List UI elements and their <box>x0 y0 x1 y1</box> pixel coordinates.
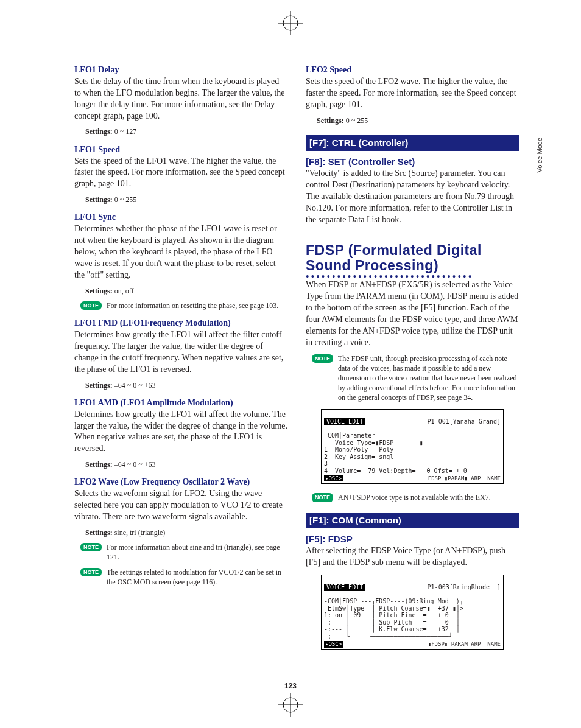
body-f8-set: "Velocity" is added to the Src (Source) … <box>306 168 519 225</box>
heading-lfo1-sync: LFO1 Sync <box>74 212 287 223</box>
heading-lfo1-delay: LFO1 Delay <box>74 65 287 76</box>
body-lfo1-sync: Determines whether the phase of the LFO1… <box>74 223 287 281</box>
settings-lfo1-amd: Settings: –64 ~ 0 ~ +63 <box>85 460 287 469</box>
note-lfo1-sync: NOTE For more information on resetting t… <box>80 301 287 310</box>
lcd-screenshot-2: VOICE EDITP1-003[RringRhode ] -COM⎮FDSP … <box>321 575 504 650</box>
note-icon: NOTE <box>312 493 333 502</box>
settings-lfo1-fmd: Settings: –64 ~ 0 ~ +63 <box>85 380 287 390</box>
heading-f5-fdsp: [F5]: FDSP <box>306 533 519 545</box>
crop-mark-bottom <box>278 693 303 717</box>
heading-f7-ctrl: [F7]: CTRL (Controller) <box>306 135 519 151</box>
page-number: 123 <box>0 681 581 691</box>
note-text: AN+FSDP voice type is not available with… <box>338 492 491 502</box>
body-lfo2-wave: Selects the waveform signal for LFO2. Us… <box>74 488 287 523</box>
body-fdsp: When FDSP or AN+FDSP (EX5/5R) is selecte… <box>306 279 519 348</box>
heading-f1-com: [F1]: COM (Common) <box>306 513 519 528</box>
note-fdsp-2: NOTE AN+FSDP voice type is not available… <box>312 492 519 502</box>
heading-f8-set: [F8]: SET (Controller Set) <box>306 156 519 168</box>
body-lfo1-speed: Sets the speed of the LFO1 wave. The hig… <box>74 156 287 191</box>
note-text: The FDSP unit, through precision process… <box>338 354 519 403</box>
heading-lfo1-fmd: LFO1 FMD (LFO1Frequency Modulation) <box>74 318 287 329</box>
settings-lfo2-wave: Settings: sine, tri (triangle) <box>85 528 287 537</box>
settings-lfo1-sync: Settings: on, off <box>85 286 287 296</box>
note-icon: NOTE <box>80 568 102 576</box>
heading-fdsp: FDSP (Formulated Digital Sound Processin… <box>306 243 519 274</box>
crop-mark-top <box>278 11 303 35</box>
body-f5-fdsp: After selecting the FDSP Voice Type (or … <box>306 545 519 569</box>
heading-lfo2-speed: LFO2 Speed <box>306 65 519 76</box>
left-column: LFO1 Delay Sets the delay of the time fr… <box>74 65 287 650</box>
note-fdsp-1: NOTE The FDSP unit, through precision pr… <box>312 354 519 403</box>
note-icon: NOTE <box>312 354 333 363</box>
heading-lfo2-wave: LFO2 Wave (Low Frequency Oscillator 2 Wa… <box>74 477 287 488</box>
note-icon: NOTE <box>80 543 102 551</box>
note-lfo2-wave-2: NOTE The settings related to modulation … <box>80 567 287 587</box>
note-icon: NOTE <box>80 301 102 310</box>
divider-dots: •••••••••••••••••••••••••••••••• <box>306 275 519 279</box>
note-text: For more information on resetting the ph… <box>107 301 278 310</box>
note-text: The settings related to modulation for V… <box>107 567 287 587</box>
settings-lfo1-speed: Settings: 0 ~ 255 <box>85 195 287 205</box>
side-tab-voice-mode: Voice Mode <box>535 138 544 172</box>
right-column: LFO2 Speed Sets the speed of the LFO2 wa… <box>306 65 519 650</box>
body-lfo1-fmd: Determines how greatly the LFO1 will aff… <box>74 329 287 376</box>
note-text: For more information about sine and tri … <box>107 542 287 562</box>
lcd-screenshot-1: VOICE EDITP1-001[Yanaha Grand] -COM⎮Para… <box>321 409 504 485</box>
body-lfo1-delay: Sets the delay of the time from when the… <box>74 76 287 122</box>
note-lfo2-wave-1: NOTE For more information about sine and… <box>80 542 287 562</box>
body-lfo1-amd: Determines how greatly the LFO1 will aff… <box>74 409 287 455</box>
body-lfo2-speed: Sets the speed of the LFO2 wave. The hig… <box>306 76 519 111</box>
heading-lfo1-speed: LFO1 Speed <box>74 144 287 156</box>
heading-lfo1-amd: LFO1 AMD (LFO1 Amplitude Modulation) <box>74 397 287 409</box>
settings-lfo2-speed: Settings: 0 ~ 255 <box>317 116 519 125</box>
settings-lfo1-delay: Settings: Settings: 0 ~ 1270 ~ 127 <box>85 127 287 136</box>
